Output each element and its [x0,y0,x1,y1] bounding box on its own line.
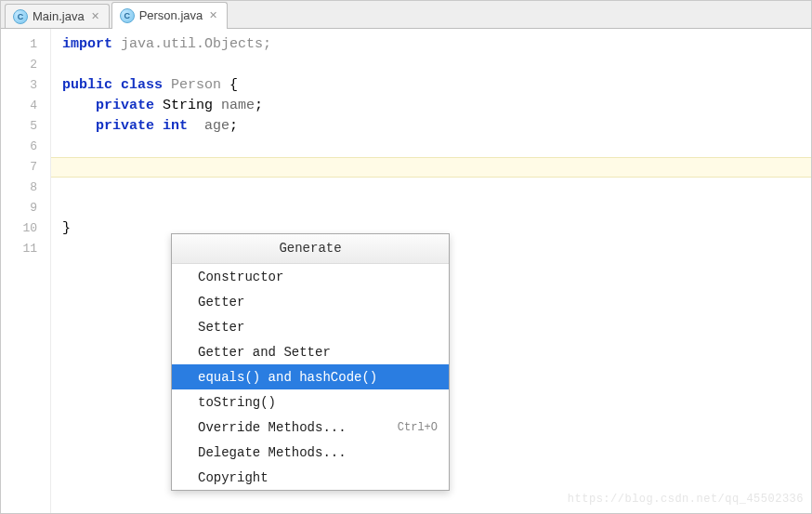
code-editor[interactable]: 1 2 3 4 5 6 7 8 9 10 11 import java.util… [1,29,811,513]
caret-line [51,157,811,178]
line-number: 8 [1,178,50,198]
code-line [62,198,811,218]
menu-item-constructor[interactable]: Constructor [172,264,449,289]
code-line: public class Person { [62,75,811,96]
line-gutter: 1 2 3 4 5 6 7 8 9 10 11 [1,29,51,513]
code-line: private String name; [62,96,811,116]
line-number: 6 [1,137,50,157]
close-icon[interactable]: ✕ [89,10,101,22]
generate-popup: Generate Constructor Getter Setter Gette… [171,233,450,491]
line-number: 1 [1,34,50,55]
tab-person-java[interactable]: C Person.java ✕ [111,2,229,28]
menu-item-setter[interactable]: Setter [172,314,449,339]
menu-item-delegate-methods[interactable]: Delegate Methods... [172,440,449,465]
menu-item-getter[interactable]: Getter [172,289,449,314]
code-line [62,137,811,157]
line-number: 11 [1,239,50,259]
line-number: 9 [1,198,50,218]
menu-item-getter-and-setter[interactable]: Getter and Setter [172,339,449,364]
menu-item-copyright[interactable]: Copyright [172,465,449,490]
menu-item-override-methods[interactable]: Override Methods...Ctrl+O [172,415,449,440]
code-line: private int age; [62,116,811,137]
java-class-icon: C [120,8,135,23]
code-line [62,55,811,75]
code-line [62,178,811,198]
tab-label: Main.java [33,9,85,23]
code-area[interactable]: import java.util.Objects; public class P… [51,29,811,513]
tab-label: Person.java [139,8,203,22]
watermark: https://blog.csdn.net/qq_45502336 [568,489,804,509]
tab-main-java[interactable]: C Main.java ✕ [5,4,110,28]
popup-title: Generate [172,234,449,264]
line-number: 10 [1,218,50,239]
close-icon[interactable]: ✕ [207,9,219,21]
line-number: 4 [1,96,50,116]
line-number: 5 [1,116,50,137]
line-number: 7 [1,157,50,178]
menu-item-equals-hashcode[interactable]: equals() and hashCode() [172,364,449,389]
menu-item-tostring[interactable]: toString() [172,389,449,415]
line-number: 2 [1,55,50,75]
tab-bar: C Main.java ✕ C Person.java ✕ [1,1,811,29]
java-class-icon: C [13,9,28,24]
code-line: import java.util.Objects; [62,34,811,55]
line-number: 3 [1,75,50,96]
